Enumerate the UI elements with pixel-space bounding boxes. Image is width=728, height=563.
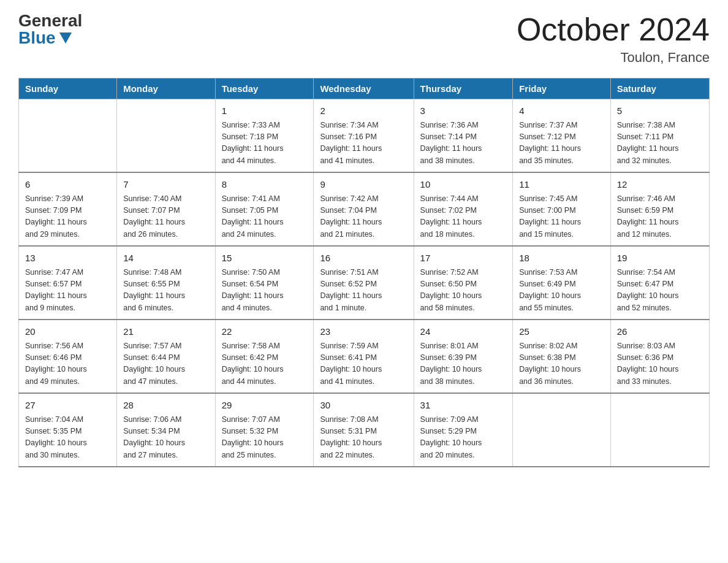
day-number: 8 xyxy=(222,178,308,192)
day-info: Sunrise: 7:57 AM Sunset: 6:44 PM Dayligh… xyxy=(123,340,208,388)
location-label: Toulon, France xyxy=(517,50,710,66)
day-info: Sunrise: 7:04 AM Sunset: 5:35 PM Dayligh… xyxy=(25,414,110,462)
day-info: Sunrise: 7:58 AM Sunset: 6:42 PM Dayligh… xyxy=(222,340,308,388)
day-info: Sunrise: 7:07 AM Sunset: 5:32 PM Dayligh… xyxy=(222,414,308,462)
day-info: Sunrise: 7:39 AM Sunset: 7:09 PM Dayligh… xyxy=(25,193,110,241)
calendar-cell: 4Sunrise: 7:37 AM Sunset: 7:12 PM Daylig… xyxy=(513,99,611,173)
calendar-cell xyxy=(513,393,611,467)
calendar-cell: 24Sunrise: 8:01 AM Sunset: 6:39 PM Dayli… xyxy=(414,320,513,393)
calendar-cell: 23Sunrise: 7:59 AM Sunset: 6:41 PM Dayli… xyxy=(314,320,414,393)
weekday-header-saturday: Saturday xyxy=(610,79,709,99)
calendar-cell: 18Sunrise: 7:53 AM Sunset: 6:49 PM Dayli… xyxy=(513,246,611,320)
day-number: 15 xyxy=(222,251,308,266)
calendar-cell: 9Sunrise: 7:42 AM Sunset: 7:04 PM Daylig… xyxy=(314,172,414,246)
calendar-cell: 16Sunrise: 7:51 AM Sunset: 6:52 PM Dayli… xyxy=(314,246,414,320)
day-info: Sunrise: 7:50 AM Sunset: 6:54 PM Dayligh… xyxy=(222,267,308,315)
day-info: Sunrise: 7:41 AM Sunset: 7:05 PM Dayligh… xyxy=(222,193,308,241)
day-number: 17 xyxy=(420,251,507,266)
day-number: 25 xyxy=(519,325,604,339)
calendar-cell: 19Sunrise: 7:54 AM Sunset: 6:47 PM Dayli… xyxy=(610,246,709,320)
day-number: 22 xyxy=(222,325,308,339)
weekday-header-sunday: Sunday xyxy=(19,79,117,99)
day-info: Sunrise: 7:56 AM Sunset: 6:46 PM Dayligh… xyxy=(25,340,110,388)
calendar-cell: 27Sunrise: 7:04 AM Sunset: 5:35 PM Dayli… xyxy=(19,393,117,467)
day-number: 10 xyxy=(420,178,507,192)
weekday-header-tuesday: Tuesday xyxy=(215,79,314,99)
day-info: Sunrise: 7:09 AM Sunset: 5:29 PM Dayligh… xyxy=(420,414,507,462)
day-info: Sunrise: 7:54 AM Sunset: 6:47 PM Dayligh… xyxy=(617,267,703,315)
day-number: 14 xyxy=(123,251,208,266)
calendar-cell: 7Sunrise: 7:40 AM Sunset: 7:07 PM Daylig… xyxy=(117,172,215,246)
day-number: 29 xyxy=(222,399,308,413)
calendar-cell xyxy=(610,393,709,467)
day-number: 5 xyxy=(617,104,703,118)
day-number: 31 xyxy=(420,399,507,413)
page-header: General Blue October 2024 Toulon, France xyxy=(18,12,710,66)
day-info: Sunrise: 7:48 AM Sunset: 6:55 PM Dayligh… xyxy=(123,267,208,315)
calendar-body: 1Sunrise: 7:33 AM Sunset: 7:18 PM Daylig… xyxy=(19,99,710,467)
day-info: Sunrise: 7:08 AM Sunset: 5:31 PM Dayligh… xyxy=(320,414,407,462)
calendar-cell: 14Sunrise: 7:48 AM Sunset: 6:55 PM Dayli… xyxy=(117,246,215,320)
calendar-cell: 8Sunrise: 7:41 AM Sunset: 7:05 PM Daylig… xyxy=(215,172,314,246)
calendar-week-row: 13Sunrise: 7:47 AM Sunset: 6:57 PM Dayli… xyxy=(19,246,710,320)
calendar-cell xyxy=(19,99,117,173)
day-number: 21 xyxy=(123,325,208,339)
calendar-cell: 17Sunrise: 7:52 AM Sunset: 6:50 PM Dayli… xyxy=(414,246,513,320)
calendar-cell: 21Sunrise: 7:57 AM Sunset: 6:44 PM Dayli… xyxy=(117,320,215,393)
day-info: Sunrise: 8:01 AM Sunset: 6:39 PM Dayligh… xyxy=(420,340,507,388)
day-number: 27 xyxy=(25,399,110,413)
day-info: Sunrise: 7:46 AM Sunset: 6:59 PM Dayligh… xyxy=(617,193,703,241)
calendar-cell: 13Sunrise: 7:47 AM Sunset: 6:57 PM Dayli… xyxy=(19,246,117,320)
weekday-header-wednesday: Wednesday xyxy=(314,79,414,99)
day-number: 26 xyxy=(617,325,703,339)
calendar-header: SundayMondayTuesdayWednesdayThursdayFrid… xyxy=(19,79,710,99)
logo-triangle-icon xyxy=(59,33,72,44)
day-info: Sunrise: 7:40 AM Sunset: 7:07 PM Dayligh… xyxy=(123,193,208,241)
day-number: 24 xyxy=(420,325,507,339)
calendar-cell: 3Sunrise: 7:36 AM Sunset: 7:14 PM Daylig… xyxy=(414,99,513,173)
day-number: 1 xyxy=(222,104,308,118)
day-number: 2 xyxy=(320,104,407,118)
calendar-cell: 11Sunrise: 7:45 AM Sunset: 7:00 PM Dayli… xyxy=(513,172,611,246)
day-number: 28 xyxy=(123,399,208,413)
day-info: Sunrise: 7:45 AM Sunset: 7:00 PM Dayligh… xyxy=(519,193,604,241)
calendar-cell: 26Sunrise: 8:03 AM Sunset: 6:36 PM Dayli… xyxy=(610,320,709,393)
calendar-week-row: 1Sunrise: 7:33 AM Sunset: 7:18 PM Daylig… xyxy=(19,99,710,173)
day-number: 18 xyxy=(519,251,604,266)
calendar-cell: 28Sunrise: 7:06 AM Sunset: 5:34 PM Dayli… xyxy=(117,393,215,467)
calendar-cell: 2Sunrise: 7:34 AM Sunset: 7:16 PM Daylig… xyxy=(314,99,414,173)
weekday-header-monday: Monday xyxy=(117,79,215,99)
calendar-cell: 5Sunrise: 7:38 AM Sunset: 7:11 PM Daylig… xyxy=(610,99,709,173)
day-number: 23 xyxy=(320,325,407,339)
calendar-cell: 15Sunrise: 7:50 AM Sunset: 6:54 PM Dayli… xyxy=(215,246,314,320)
day-info: Sunrise: 8:02 AM Sunset: 6:38 PM Dayligh… xyxy=(519,340,604,388)
weekday-header-friday: Friday xyxy=(513,79,611,99)
day-info: Sunrise: 7:47 AM Sunset: 6:57 PM Dayligh… xyxy=(25,267,110,315)
day-number: 16 xyxy=(320,251,407,266)
calendar-cell: 29Sunrise: 7:07 AM Sunset: 5:32 PM Dayli… xyxy=(215,393,314,467)
day-number: 12 xyxy=(617,178,703,192)
day-info: Sunrise: 7:51 AM Sunset: 6:52 PM Dayligh… xyxy=(320,267,407,315)
day-info: Sunrise: 7:53 AM Sunset: 6:49 PM Dayligh… xyxy=(519,267,604,315)
day-info: Sunrise: 7:59 AM Sunset: 6:41 PM Dayligh… xyxy=(320,340,407,388)
day-number: 20 xyxy=(25,325,110,339)
calendar-cell: 30Sunrise: 7:08 AM Sunset: 5:31 PM Dayli… xyxy=(314,393,414,467)
day-number: 11 xyxy=(519,178,604,192)
calendar-week-row: 20Sunrise: 7:56 AM Sunset: 6:46 PM Dayli… xyxy=(19,320,710,393)
day-info: Sunrise: 7:42 AM Sunset: 7:04 PM Dayligh… xyxy=(320,193,407,241)
calendar-table: SundayMondayTuesdayWednesdayThursdayFrid… xyxy=(18,78,710,467)
day-info: Sunrise: 7:38 AM Sunset: 7:11 PM Dayligh… xyxy=(617,120,703,167)
day-number: 19 xyxy=(617,251,703,266)
logo-general-text: General xyxy=(18,12,82,29)
calendar-cell: 12Sunrise: 7:46 AM Sunset: 6:59 PM Dayli… xyxy=(610,172,709,246)
day-number: 30 xyxy=(320,399,407,413)
day-number: 4 xyxy=(519,104,604,118)
day-info: Sunrise: 7:44 AM Sunset: 7:02 PM Dayligh… xyxy=(420,193,507,241)
day-number: 3 xyxy=(420,104,507,118)
day-number: 9 xyxy=(320,178,407,192)
day-info: Sunrise: 7:37 AM Sunset: 7:12 PM Dayligh… xyxy=(519,120,604,167)
logo-blue-text: Blue xyxy=(18,29,72,47)
calendar-cell: 1Sunrise: 7:33 AM Sunset: 7:18 PM Daylig… xyxy=(215,99,314,173)
day-info: Sunrise: 7:34 AM Sunset: 7:16 PM Dayligh… xyxy=(320,120,407,167)
day-info: Sunrise: 7:52 AM Sunset: 6:50 PM Dayligh… xyxy=(420,267,507,315)
